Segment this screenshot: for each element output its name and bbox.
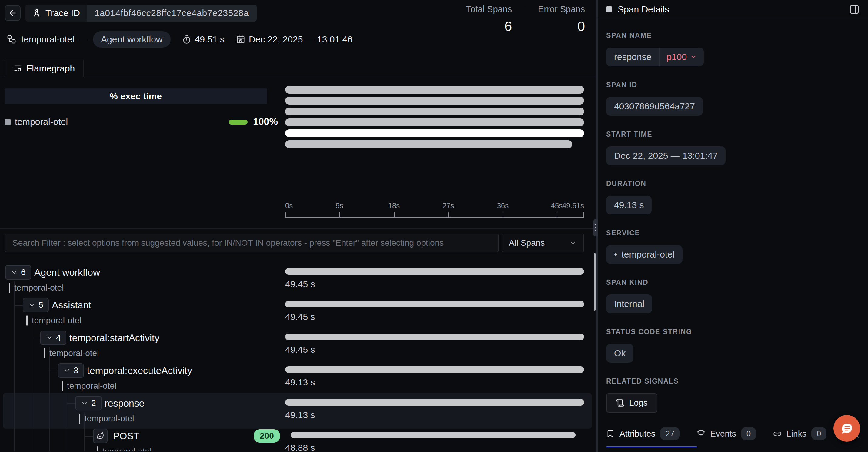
tab-flamegraph[interactable]: Flamegraph	[4, 60, 84, 77]
span-name[interactable]: temporal:startActivity	[69, 330, 159, 345]
flame-bar-selected[interactable]	[285, 129, 584, 137]
span-service: temporal-otel	[79, 414, 134, 424]
flame-bar[interactable]	[285, 107, 584, 116]
legend-exec-bar	[229, 120, 248, 125]
back-button[interactable]	[5, 5, 21, 21]
span-row-assistant[interactable]: 5 Assistant temporal-otel 49.45 s	[0, 298, 596, 328]
span-duration-cell[interactable]: 49.45 s	[285, 330, 584, 355]
dash-separator: —	[79, 34, 88, 44]
span-name-label: SPAN NAME	[606, 32, 860, 40]
span-id-label: SPAN ID	[606, 81, 860, 89]
flame-bar[interactable]	[285, 86, 584, 94]
duration-label: 48.88 s	[285, 443, 584, 451]
child-count: 2	[91, 398, 96, 408]
legend-service-name: temporal-otel	[15, 117, 68, 127]
spans-select-value: All Spans	[509, 238, 545, 248]
duration-bar	[291, 432, 576, 439]
logs-button[interactable]: Logs	[606, 393, 657, 413]
chevron-down-icon	[690, 53, 697, 61]
duration-bar	[285, 366, 584, 373]
child-count: 5	[38, 300, 43, 310]
exec-time-header: % exec time	[4, 89, 267, 104]
span-row-execute-activity[interactable]: 3 temporal:executeActivity temporal-otel…	[0, 363, 596, 393]
tick-label: 36s	[497, 201, 509, 210]
spans-filter-select[interactable]: All Spans	[502, 233, 584, 252]
flame-legend-row[interactable]: temporal-otel 100%	[4, 116, 277, 129]
span-name[interactable]: POST	[113, 429, 140, 443]
span-service: temporal-otel	[9, 283, 64, 293]
panel-collapse-icon[interactable]	[849, 4, 860, 14]
signal-tabs: Attributes 27 Events 0 Links 0	[606, 427, 860, 448]
duration-bar	[285, 333, 584, 340]
flame-bar[interactable]	[285, 97, 584, 104]
trace-id-chip[interactable]: Trace ID 1a014fbf46cc28ffc17ce4ab7e23528…	[26, 4, 257, 22]
span-row-response-selected[interactable]: 2 response temporal-otel 49.13 s	[0, 396, 596, 426]
vertical-scrollbar[interactable]	[594, 253, 595, 311]
span-duration-cell[interactable]: 49.13 s	[285, 396, 584, 420]
duration-label: 49.13 s	[285, 377, 584, 387]
span-name[interactable]: response	[104, 396, 145, 411]
trace-duration: 49.51 s	[182, 34, 224, 44]
tab-events-label: Events	[710, 429, 736, 439]
tab-flamegraph-label: Flamegraph	[26, 63, 75, 74]
span-name[interactable]: Assistant	[52, 298, 91, 312]
collapse-toggle[interactable]: 2	[75, 396, 101, 411]
timeline-axis: 0s 9s 18s 27s 36s 45s 49.51s	[285, 201, 584, 219]
span-duration-cell[interactable]: 49.45 s	[285, 298, 584, 322]
span-name[interactable]: temporal:executeActivity	[87, 363, 192, 378]
span-filter-input[interactable]	[4, 233, 499, 252]
collapse-toggle[interactable]: 3	[58, 363, 84, 378]
span-row-start-activity[interactable]: 4 temporal:startActivity temporal-otel 4…	[0, 330, 596, 361]
span-duration-cell[interactable]: 49.13 s	[285, 363, 584, 387]
flame-bar[interactable]	[285, 119, 584, 126]
links-count-badge: 0	[811, 427, 827, 440]
active-tab-underline	[606, 446, 697, 448]
duration-label: 49.45 s	[285, 312, 584, 322]
tab-events[interactable]: Events 0	[697, 427, 756, 440]
leaf-span-box[interactable]	[93, 429, 107, 443]
stopwatch-icon	[182, 35, 191, 44]
span-duration-cell[interactable]: 49.45 s	[285, 265, 584, 289]
tab-links-label: Links	[786, 429, 806, 439]
span-name[interactable]: Agent workflow	[34, 265, 100, 280]
related-signals-section: RELATED SIGNALS Logs	[606, 377, 860, 413]
collapse-toggle[interactable]: 5	[23, 298, 49, 312]
collapse-toggle[interactable]: 4	[40, 330, 66, 345]
flamegraph-icon	[13, 64, 22, 73]
child-count: 4	[56, 333, 61, 343]
span-row-post[interactable]: POST 200 temporal-otel 48.88 s	[0, 429, 596, 451]
trace-id-label-wrap: Trace ID	[26, 4, 87, 22]
duration-label: 49.13 s	[285, 410, 584, 420]
span-row-agent-workflow[interactable]: 6 Agent workflow temporal-otel 49.45 s	[0, 265, 596, 295]
chat-fab-button[interactable]	[833, 415, 860, 442]
tick-label: 0s	[285, 201, 293, 210]
tab-links[interactable]: Links 0	[773, 427, 827, 440]
related-signals-label: RELATED SIGNALS	[606, 377, 860, 385]
span-name-value: response	[606, 47, 660, 66]
span-stats: Total Spans 6 Error Spans 0	[466, 4, 585, 39]
status-code-badge: 200	[254, 429, 280, 443]
service-bullet: •	[614, 249, 617, 260]
stats-divider	[525, 6, 525, 39]
span-duration-cell[interactable]: 48.88 s	[285, 429, 584, 451]
span-details-title-wrap: Span Details	[606, 4, 669, 14]
main-panel: Trace ID 1a014fbf46cc28ffc17ce4ab7e23528…	[0, 0, 596, 452]
span-kind-value: Internal	[606, 294, 652, 313]
trace-details-page: Trace ID 1a014fbf46cc28ffc17ce4ab7e23528…	[0, 0, 868, 452]
chevron-down-icon	[81, 399, 88, 407]
entry-span-pill[interactable]: Agent workflow	[93, 31, 170, 47]
flamegraph-bars	[285, 86, 584, 151]
chevron-down-icon	[28, 301, 35, 309]
tick-label: 18s	[388, 201, 400, 210]
flame-bar[interactable]	[285, 140, 572, 148]
span-kind-label: SPAN KIND	[606, 279, 860, 287]
duration-label: 49.45 s	[285, 279, 584, 289]
service-section: SERVICE • temporal-otel	[606, 229, 860, 264]
filter-row: All Spans	[0, 229, 596, 257]
collapse-toggle[interactable]: 6	[5, 265, 31, 280]
duration-label: 49.45 s	[285, 345, 584, 355]
child-count: 3	[74, 366, 79, 375]
tab-attributes[interactable]: Attributes 27	[606, 427, 680, 440]
percentile-dropdown[interactable]: p100	[660, 47, 704, 66]
status-code-section: STATUS CODE STRING Ok	[606, 328, 860, 363]
